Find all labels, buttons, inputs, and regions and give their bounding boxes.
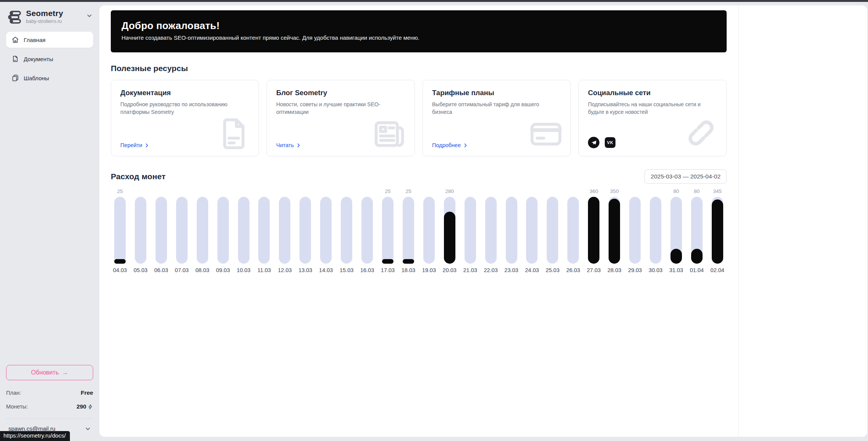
card-link-details[interactable]: Подробнее xyxy=(432,142,468,148)
bar-date-label: 30.03 xyxy=(649,267,662,273)
bar-date-label: 15.03 xyxy=(340,267,353,273)
bar-date-label: 29.03 xyxy=(628,267,642,273)
chart-column: 28020.03 xyxy=(441,188,458,273)
bar-value-label: 25 xyxy=(117,188,123,196)
welcome-title: Добро пожаловать! xyxy=(121,20,716,32)
lightning-icon xyxy=(87,404,93,410)
project-switcher[interactable]: Seometry baby-strollerrs.ru xyxy=(6,7,93,32)
bar-date-label: 11.03 xyxy=(257,267,271,273)
main-content: Добро пожаловать! Начните создавать SEO-… xyxy=(99,5,738,437)
templates-icon xyxy=(11,74,19,82)
bar-fill xyxy=(403,259,414,264)
window-top-edge xyxy=(0,0,868,2)
chart-column: 2504.03 xyxy=(112,188,128,273)
bar-date-label: 09.03 xyxy=(216,267,230,273)
plan-row: План: Free xyxy=(6,389,93,396)
coins-label: Монеты: xyxy=(6,404,28,410)
bar-track xyxy=(361,197,373,264)
plan-value: Free xyxy=(81,389,93,396)
bar-date-label: 01.04 xyxy=(690,267,704,273)
date-range-picker[interactable]: 2025-03-03 — 2025-04-02 xyxy=(645,169,727,184)
chart-column: 2517.03 xyxy=(379,188,396,273)
sidebar-item-label: Документы xyxy=(24,56,53,62)
credit-card-icon xyxy=(528,115,564,152)
bar-track xyxy=(444,197,455,264)
card-link-label: Читать xyxy=(276,142,294,148)
chart-column: 35028.03 xyxy=(606,188,623,273)
card-link-read[interactable]: Читать xyxy=(276,142,301,148)
resource-cards: Документация Подробное руководство по ис… xyxy=(111,80,727,156)
plan-label: План: xyxy=(6,390,21,396)
bar-track xyxy=(588,197,599,264)
card-link-go[interactable]: Перейти xyxy=(120,142,149,148)
sidebar-item-documents[interactable]: Документы xyxy=(6,51,93,67)
sidebar-item-label: Шаблоны xyxy=(24,75,49,81)
chart-column: 08.03 xyxy=(194,188,211,273)
bar-date-label: 18.03 xyxy=(402,267,415,273)
chart-column: 09.03 xyxy=(215,188,232,273)
sidebar: Seometry baby-strollerrs.ru Главная Доку… xyxy=(0,2,99,441)
bar-date-label: 14.03 xyxy=(319,267,333,273)
sidebar-item-templates[interactable]: Шаблоны xyxy=(6,70,93,86)
card-link-label: Перейти xyxy=(120,142,142,148)
bar-fill xyxy=(114,259,126,264)
card-pricing[interactable]: Тарифные планы Выберите оптимальный тари… xyxy=(423,80,571,156)
bar-track xyxy=(258,197,270,264)
bar-value-label: 80 xyxy=(673,188,679,196)
sidebar-item-home[interactable]: Главная xyxy=(6,32,93,48)
upgrade-plan-button[interactable]: Обновить → xyxy=(6,365,93,380)
chart-column: 14.03 xyxy=(317,188,334,273)
arrow-right-icon: → xyxy=(62,369,68,376)
newspaper-icon xyxy=(372,115,408,152)
main-panel: Добро пожаловать! Начните создавать SEO-… xyxy=(99,5,867,437)
bar-track xyxy=(217,197,229,264)
coins-row: Монеты: 290 xyxy=(6,403,93,410)
chart-column: 15.03 xyxy=(338,188,355,273)
bar-date-label: 26.03 xyxy=(566,267,580,273)
chevron-down-icon xyxy=(85,426,91,432)
chart-column: 06.03 xyxy=(153,188,170,273)
chart-column: 11.03 xyxy=(256,188,272,273)
upgrade-button-label: Обновить xyxy=(31,369,58,376)
bar-value-label: 345 xyxy=(713,188,722,196)
bar-date-label: 24.03 xyxy=(525,267,539,273)
bar-track xyxy=(423,197,435,264)
bar-fill xyxy=(444,212,455,264)
project-domain: baby-strollerrs.ru xyxy=(26,19,83,24)
right-empty-panel xyxy=(738,5,867,437)
vk-icon[interactable]: VK xyxy=(605,137,615,148)
card-description: Выберите оптимальный тариф для вашего би… xyxy=(432,101,558,116)
bar-track xyxy=(506,197,517,264)
bar-track xyxy=(238,197,249,264)
chart-column: 16.03 xyxy=(359,188,376,273)
card-documentation[interactable]: Документация Подробное руководство по ис… xyxy=(111,80,259,156)
card-blog[interactable]: Блог Seometry Новости, советы и лучшие п… xyxy=(267,80,415,156)
bar-track xyxy=(300,197,311,264)
bar-fill xyxy=(691,249,703,264)
bar-date-label: 13.03 xyxy=(298,267,312,273)
chart-column: 10.03 xyxy=(235,188,252,273)
bar-track xyxy=(485,197,497,264)
bar-track xyxy=(320,197,332,264)
bar-date-label: 04.03 xyxy=(113,267,127,273)
chart-column: 07.03 xyxy=(173,188,190,273)
bar-date-label: 05.03 xyxy=(134,267,147,273)
bar-track xyxy=(547,197,558,264)
bar-track xyxy=(691,197,703,264)
chart-column: 23.03 xyxy=(503,188,520,273)
chart-column: 25.03 xyxy=(544,188,561,273)
bar-track xyxy=(712,197,723,264)
chart-column: 30.03 xyxy=(647,188,664,273)
bar-date-label: 22.03 xyxy=(484,267,497,273)
chart-column: 29.03 xyxy=(627,188,643,273)
bar-track xyxy=(197,197,208,264)
bar-date-label: 12.03 xyxy=(278,267,291,273)
card-social[interactable]: Социальные сети Подписывайтесь на наши с… xyxy=(578,80,727,156)
bar-track xyxy=(629,197,641,264)
file-icon xyxy=(216,115,253,152)
chart-column: 22.03 xyxy=(483,188,499,273)
bar-value-label: 360 xyxy=(589,188,598,196)
telegram-icon[interactable] xyxy=(588,137,599,148)
chevron-down-icon xyxy=(86,13,92,19)
card-title: Социальные сети xyxy=(588,89,717,97)
